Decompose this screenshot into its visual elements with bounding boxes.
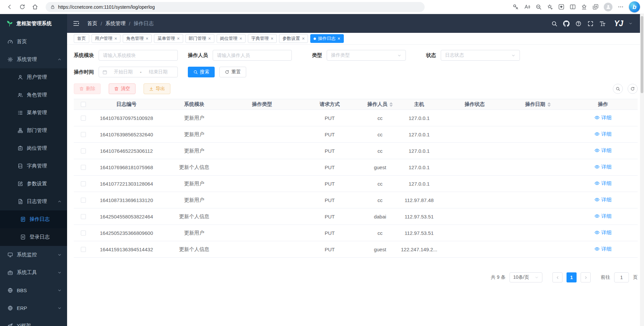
- sidebar-item-operation-log[interactable]: 操作日志: [0, 210, 67, 228]
- search-icon[interactable]: [551, 20, 557, 27]
- type-select[interactable]: 操作类型: [327, 50, 406, 61]
- detail-link[interactable]: 详细: [594, 230, 611, 236]
- bing-chat-icon[interactable]: b: [629, 1, 640, 12]
- sidebar-item-menu-management[interactable]: 菜单管理: [0, 104, 67, 122]
- tab-home[interactable]: 首页: [74, 34, 89, 43]
- refresh-table-button[interactable]: [628, 84, 638, 94]
- delete-button[interactable]: 删除: [74, 83, 101, 94]
- page-scrollbar[interactable]: [640, 14, 644, 326]
- tab-dictionary-management[interactable]: 字典管理×: [248, 34, 277, 43]
- browser-refresh-button[interactable]: [17, 2, 28, 12]
- zoom-out-icon[interactable]: [535, 4, 542, 10]
- detail-link[interactable]: 详细: [594, 197, 611, 203]
- sidebar-item-yi-framework[interactable]: Yi框架: [0, 317, 67, 326]
- close-icon[interactable]: ×: [239, 36, 242, 41]
- tab-operation-log[interactable]: 操作日志×: [310, 34, 343, 43]
- detail-link[interactable]: 详细: [594, 246, 611, 252]
- close-icon[interactable]: ×: [337, 36, 340, 41]
- breadcrumb-home[interactable]: 首页: [87, 20, 97, 27]
- fullscreen-icon[interactable]: [587, 20, 594, 27]
- row-checkbox[interactable]: [81, 181, 86, 186]
- tab-department-management[interactable]: 部门管理×: [185, 34, 214, 43]
- detail-link[interactable]: 详细: [594, 164, 611, 170]
- export-button[interactable]: 导出: [144, 83, 170, 94]
- close-icon[interactable]: ×: [302, 36, 305, 41]
- github-icon[interactable]: [563, 20, 570, 27]
- date-range-picker[interactable]: 开始日期 - 结束日期: [99, 67, 178, 77]
- detail-link[interactable]: 详细: [594, 131, 611, 137]
- clear-button[interactable]: 清空: [109, 83, 136, 94]
- tab-user-management[interactable]: 用户管理×: [92, 34, 120, 43]
- status-select[interactable]: 日志状态: [441, 50, 520, 61]
- profile-avatar[interactable]: [604, 3, 612, 11]
- font-size-icon[interactable]: [599, 20, 606, 27]
- row-checkbox[interactable]: [81, 132, 86, 137]
- sidebar-item-log-management[interactable]: 日志管理: [0, 193, 67, 210]
- row-checkbox[interactable]: [81, 165, 86, 170]
- address-bar[interactable]: https://ccnetcore.com:1101/system/log/op…: [46, 2, 425, 12]
- sidebar-item-system-management[interactable]: 系统管理: [0, 51, 67, 68]
- browser-essentials-icon[interactable]: [558, 4, 565, 10]
- detail-link[interactable]: 详细: [594, 115, 611, 121]
- row-checkbox[interactable]: [81, 198, 86, 203]
- sort-caret-icon[interactable]: [389, 102, 393, 107]
- page-size-select[interactable]: 10条/页: [509, 272, 542, 282]
- select-all-checkbox[interactable]: [81, 102, 86, 107]
- favorites-bar-icon[interactable]: [581, 4, 587, 10]
- close-icon[interactable]: ×: [146, 36, 148, 41]
- help-icon[interactable]: [575, 20, 582, 27]
- sidebar-item-bbs[interactable]: BBS: [0, 281, 67, 299]
- sidebar-item-login-log[interactable]: 登录日志: [0, 228, 67, 246]
- favorite-add-icon[interactable]: [547, 4, 553, 10]
- collections-icon[interactable]: [592, 4, 599, 10]
- row-checkbox[interactable]: [81, 214, 86, 219]
- browser-home-button[interactable]: [30, 2, 40, 12]
- tab-post-management[interactable]: 岗位管理×: [217, 34, 246, 43]
- column-date[interactable]: 操作日期: [507, 101, 568, 108]
- reset-button[interactable]: 重置: [219, 67, 246, 77]
- current-page[interactable]: 1: [567, 272, 577, 282]
- sort-caret-icon[interactable]: [547, 102, 551, 107]
- breadcrumb-system-management[interactable]: 系统管理: [105, 20, 125, 27]
- scrollbar-thumb[interactable]: [641, 16, 643, 93]
- sidebar-item-home[interactable]: 首页: [0, 33, 67, 51]
- close-icon[interactable]: ×: [208, 36, 211, 41]
- sidebar-item-department-management[interactable]: 部门管理: [0, 122, 67, 139]
- tab-menu-management[interactable]: 菜单管理×: [154, 34, 183, 43]
- sidebar-item-system-monitor[interactable]: 系统监控: [0, 246, 67, 264]
- detail-link[interactable]: 详细: [594, 213, 611, 219]
- row-checkbox[interactable]: [81, 148, 86, 153]
- chevron-down-icon[interactable]: [629, 21, 633, 25]
- tab-parameter-settings[interactable]: 参数设置×: [279, 34, 308, 43]
- sidebar-item-role-management[interactable]: 角色管理: [0, 86, 67, 104]
- goto-page-input[interactable]: [614, 272, 629, 282]
- prev-page-button[interactable]: [552, 272, 562, 282]
- detail-link[interactable]: 详细: [594, 147, 611, 154]
- sidebar-item-user-management[interactable]: 用户管理: [0, 68, 67, 86]
- sidebar-item-parameter-settings[interactable]: 参数设置: [0, 175, 67, 193]
- sidebar-item-dictionary-management[interactable]: 字典管理: [0, 157, 67, 175]
- sidebar-item-post-management[interactable]: 岗位管理: [0, 139, 67, 157]
- password-key-icon[interactable]: [513, 4, 519, 10]
- menu-fold-icon[interactable]: [72, 20, 80, 27]
- browser-back-button[interactable]: [4, 2, 15, 12]
- user-logo-badge[interactable]: YJ: [614, 19, 623, 28]
- close-icon[interactable]: ×: [114, 36, 117, 41]
- read-aloud-icon[interactable]: [524, 4, 530, 10]
- operator-input[interactable]: [213, 50, 292, 61]
- detail-link[interactable]: 详细: [594, 180, 611, 187]
- sidebar-item-erp[interactable]: ERP: [0, 299, 67, 317]
- search-button[interactable]: 搜索: [188, 67, 215, 77]
- close-icon[interactable]: ×: [177, 36, 179, 41]
- module-input[interactable]: [99, 50, 178, 61]
- split-screen-icon[interactable]: [570, 4, 576, 10]
- next-page-button[interactable]: [581, 272, 591, 282]
- column-operator[interactable]: 操作人员: [364, 101, 396, 108]
- browser-more-icon[interactable]: [618, 4, 624, 10]
- sidebar-item-system-tools[interactable]: 系统工具: [0, 264, 67, 281]
- close-icon[interactable]: ×: [271, 36, 273, 41]
- row-checkbox[interactable]: [81, 231, 86, 236]
- row-checkbox[interactable]: [81, 247, 86, 252]
- row-checkbox[interactable]: [81, 116, 86, 121]
- show-search-button[interactable]: [613, 84, 623, 94]
